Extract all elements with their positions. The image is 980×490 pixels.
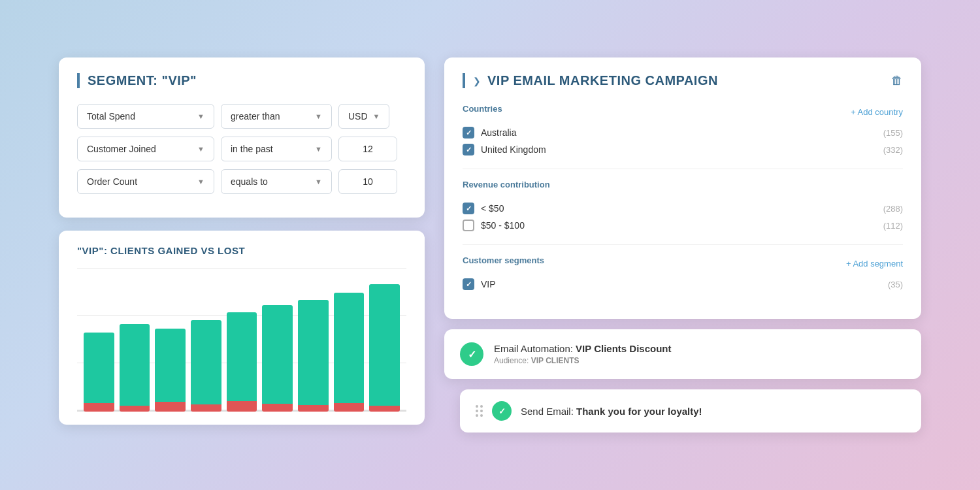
chevron-icon: ▼ — [315, 178, 322, 186]
collapse-icon[interactable]: ❯ — [473, 76, 481, 86]
checkbox-50-100[interactable] — [463, 220, 474, 231]
automation-check-circle: ✓ — [460, 342, 483, 366]
drag-dot-row — [476, 410, 483, 412]
automation-info: Email Automation: VIP Clients Discount A… — [494, 343, 672, 365]
revenue-count-under50: (288) — [883, 204, 903, 214]
drag-dot-row — [476, 405, 483, 408]
add-segment-link[interactable]: + Add segment — [846, 259, 903, 269]
checkbox-uk[interactable]: ✓ — [463, 144, 474, 155]
bar-group-6 — [298, 268, 329, 410]
bar-lost-0 — [84, 403, 114, 412]
revenue-count-50-100: (112) — [883, 221, 903, 231]
segments-header-row: Customer segments + Add segment — [463, 255, 903, 272]
bar-gained-3 — [191, 320, 221, 410]
bar-group-8 — [369, 268, 400, 410]
automation-name: VIP Clients Discount — [576, 343, 671, 354]
right-panel: ❯ VIP EMAIL MARKETING CAMPAIGN 🗑 Countri… — [444, 57, 921, 433]
send-email-name: Thank you for your loyalty! — [576, 406, 702, 417]
add-country-link[interactable]: + Add country — [851, 107, 903, 117]
checkbox-vip[interactable]: ✓ — [463, 278, 474, 290]
chevron-icon: ▼ — [197, 178, 204, 186]
send-email-text: Send Email: Thank you for your loyalty! — [521, 406, 702, 417]
automation-card: ✓ Email Automation: VIP Clients Discount… — [444, 329, 921, 379]
bar-gained-0 — [84, 333, 114, 410]
audience-label: Audience: — [494, 356, 529, 365]
bar-group-1 — [120, 268, 150, 410]
drag-dot — [480, 414, 483, 417]
segment-row-vip: ✓ VIP (35) — [463, 278, 903, 290]
chart-title: "VIP": CLIENTS GAINED VS LOST — [77, 245, 406, 256]
countries-section: Countries + Add country ✓ Australia (155… — [463, 104, 903, 155]
filter-row-2: Customer Joined ▼ in the past ▼ 12 — [77, 137, 406, 161]
revenue-row-50-100: $50 - $100 (112) — [463, 220, 903, 231]
revenue-label-50-100: $50 - $100 — [481, 220, 525, 231]
divider — [463, 169, 903, 169]
bar-lost-7 — [334, 403, 365, 412]
operator-select-1[interactable]: greater than ▼ — [221, 104, 332, 129]
bar-lost-5 — [262, 404, 293, 412]
automation-sub: Audience: VIP CLIENTS — [494, 356, 672, 365]
bar-group-5 — [262, 268, 293, 410]
revenue-row-under50: ✓ < $50 (288) — [463, 203, 903, 214]
drag-handle[interactable] — [476, 405, 483, 417]
trash-icon[interactable]: 🗑 — [891, 74, 903, 88]
countries-label: Countries — [463, 104, 502, 114]
bar-group-0 — [84, 268, 114, 410]
check-icon: ✓ — [498, 406, 506, 416]
checkbox-australia[interactable]: ✓ — [463, 127, 474, 139]
bar-gained-2 — [155, 329, 186, 410]
automation-label: Email Automation: — [494, 343, 573, 354]
drag-dot — [476, 405, 478, 408]
country-row-uk: ✓ United Kingdom (332) — [463, 144, 903, 155]
chart-area — [77, 268, 406, 412]
field-select-3[interactable]: Order Count ▼ — [77, 169, 214, 194]
segment-title: SEGMENT: "VIP" — [88, 73, 197, 88]
bar-group-4 — [227, 268, 257, 410]
bar-group-3 — [191, 268, 221, 410]
segment-label-vip: VIP — [481, 279, 496, 289]
bar-lost-3 — [191, 404, 221, 412]
bar-gained-4 — [227, 312, 257, 410]
operator-select-2[interactable]: in the past ▼ — [221, 137, 332, 161]
drag-dot-row — [476, 414, 483, 417]
chevron-icon: ▼ — [315, 112, 322, 120]
value-select-1[interactable]: USD ▼ — [338, 104, 389, 129]
bar-lost-1 — [120, 406, 150, 412]
drag-dot — [480, 410, 483, 412]
bar-lost-4 — [227, 401, 257, 412]
main-container: SEGMENT: "VIP" Total Spend ▼ greater tha… — [33, 31, 947, 459]
send-email-label: Send Email: — [521, 406, 574, 417]
filter-row-3: Order Count ▼ equals to ▼ 10 — [77, 169, 406, 194]
segment-header: SEGMENT: "VIP" — [77, 73, 406, 88]
filter-row-1: Total Spend ▼ greater than ▼ USD ▼ — [77, 104, 406, 129]
bar-gained-8 — [369, 284, 400, 410]
revenue-label: Revenue contribution — [463, 180, 550, 189]
checkbox-under50[interactable]: ✓ — [463, 203, 474, 214]
drag-dot — [480, 405, 483, 408]
operator-select-3[interactable]: equals to ▼ — [221, 169, 332, 194]
chart-card: "VIP": CLIENTS GAINED VS LOST — [59, 231, 425, 425]
bar-lost-8 — [369, 406, 400, 412]
divider — [463, 244, 903, 245]
check-icon: ✓ — [466, 129, 472, 137]
field-select-1[interactable]: Total Spend ▼ — [77, 104, 214, 129]
countries-header-row: Countries + Add country — [463, 104, 903, 120]
audience-value: VIP CLIENTS — [531, 356, 580, 365]
left-panel: SEGMENT: "VIP" Total Spend ▼ greater tha… — [59, 57, 425, 425]
value-input-2[interactable]: 12 — [338, 137, 397, 161]
segment-card: SEGMENT: "VIP" Total Spend ▼ greater tha… — [59, 57, 425, 218]
check-icon: ✓ — [466, 204, 472, 213]
drag-dot — [476, 414, 478, 417]
revenue-section: Revenue contribution ✓ < $50 (288) $50 -… — [463, 180, 903, 231]
chevron-icon: ▼ — [197, 145, 204, 153]
field-select-2[interactable]: Customer Joined ▼ — [77, 137, 214, 161]
bar-gained-6 — [298, 300, 329, 410]
bar-gained-7 — [334, 293, 365, 410]
bar-gained-1 — [120, 324, 150, 410]
chevron-icon: ▼ — [373, 112, 380, 120]
bar-lost-6 — [298, 405, 329, 412]
bar-lost-2 — [155, 402, 186, 412]
bar-group-2 — [155, 268, 186, 410]
value-input-3[interactable]: 10 — [338, 169, 397, 194]
segments-section: Customer segments + Add segment ✓ VIP (3… — [463, 255, 903, 290]
